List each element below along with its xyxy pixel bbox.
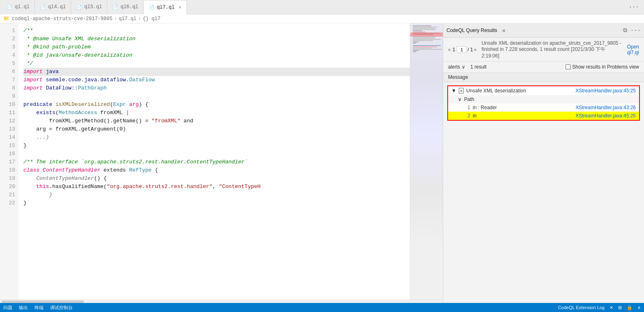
tab-ql4[interactable]: 📄 ql4.ql [35, 0, 71, 14]
code-line-12: fromXML.getMethod().getName() = "fromXML… [23, 117, 410, 125]
code-line-20: this.hasQualifiedName("org.apache.struts… [23, 183, 410, 191]
path-step-label-1: in : Reader [473, 105, 497, 110]
code-line-17: /** The interface `org.apache.struts2.re… [23, 158, 410, 166]
results-table-header: Message [443, 73, 644, 82]
result-main-row-1[interactable]: ▼ ≡ Unsafe XML deserialization XStreamHa… [448, 86, 639, 95]
path-step-num-2: 2 [465, 113, 470, 119]
tab-ql7[interactable]: 📄 ql7.ql ✕ [144, 0, 187, 14]
result-expand-icon[interactable]: ▼ [451, 88, 456, 94]
code-line-9 [23, 92, 410, 101]
minimap [410, 23, 443, 300]
path-step-link-1[interactable]: XStreamHandler.java:43:26 [575, 105, 636, 110]
panel-close-button[interactable]: ✕ [502, 27, 506, 34]
file-icon: 📄 [40, 5, 46, 10]
code-line-11: exists(MethodAccess fromXML | [23, 109, 410, 117]
path-step-1[interactable]: 1 in : Reader XStreamHandler.java:43:26 [448, 103, 639, 112]
more-tabs-icon[interactable]: ··· [626, 4, 642, 10]
path-step-2[interactable]: 2 in XStreamHandler.java:45:25 [448, 112, 639, 120]
tab-ql[interactable]: 📄 ql.ql [2, 0, 35, 14]
code-line-3: * @kind path-problem [23, 43, 410, 51]
code-line-5: */ [23, 60, 410, 68]
code-line-21: } [23, 191, 410, 199]
split-editor-icon[interactable]: ⧉ [623, 27, 627, 34]
path-step-link-2[interactable]: XStreamHandler.java:45:25 [575, 113, 636, 119]
result-description: Unsafe XML deserialization on apache_str… [481, 40, 623, 59]
pagination-separator: / 1 [467, 47, 473, 53]
tab-label: ql7.ql [157, 5, 175, 10]
message-column-header: Message [448, 74, 468, 80]
editor-content[interactable]: 12345 678910 1112131415 1617181920 2122 … [0, 23, 443, 300]
path-label: Path [464, 96, 474, 102]
results-body[interactable]: ▼ ≡ Unsafe XML deserialization XStreamHa… [443, 82, 644, 303]
code-line-2: * @name Unsafe XML deserialization [23, 35, 410, 43]
file-icon: 📄 [7, 5, 12, 10]
page-input[interactable] [457, 46, 467, 53]
path-step-num-1: 1 [465, 105, 470, 110]
code-line-22: } [23, 199, 410, 207]
path-step-label-2: in [473, 113, 476, 119]
tab-ql5[interactable]: 📄 ql5.ql [71, 0, 107, 14]
alerts-bar: alerts ∨ 1 result Show results in Proble… [443, 62, 644, 73]
result-info-bar: « 1 / 1 » Unsafe XML deserialization on … [443, 38, 644, 62]
result-message-text: Unsafe XML deserialization [466, 88, 573, 94]
code-line-6: import java [23, 68, 410, 76]
code-line-4: * @id java/unsafe-deserialization [23, 51, 410, 60]
code-editor[interactable]: /** * @name Unsafe XML deserialization *… [18, 23, 410, 300]
status-lock-icon[interactable]: 🔒 [627, 305, 632, 310]
status-close-icon[interactable]: ✕ [610, 305, 613, 310]
tab-close-icon[interactable]: ✕ [179, 5, 182, 10]
status-split-icon[interactable]: ⊞ [618, 305, 622, 310]
list-view-icon: ≡ [459, 88, 464, 94]
next-page-button[interactable]: » [474, 47, 477, 53]
prev-page-button[interactable]: « [448, 47, 451, 53]
code-line-16 [23, 150, 410, 158]
panel-title: CodeQL Query Results [446, 28, 497, 33]
status-problems[interactable]: 问题 [3, 305, 12, 311]
code-line-7: import semmle.code.java.dataflow.DataFlo… [23, 76, 410, 84]
panel-header: CodeQL Query Results ✕ ⧉ ··· [443, 23, 644, 38]
results-list: ▼ ≡ Unsafe XML deserialization XStreamHa… [443, 82, 644, 124]
status-debug[interactable]: 调试控制台 [50, 305, 73, 311]
code-line-15: } [23, 142, 410, 150]
code-line-14: ...) [23, 133, 410, 142]
alerts-chevron-icon: ∨ [462, 64, 465, 70]
file-icon: 📄 [149, 5, 154, 10]
result-file-link-1[interactable]: XStreamHandler.java:45:25 [575, 88, 636, 94]
tab-label: ql4.ql [48, 4, 66, 10]
path-section-row: ∨ Path [448, 95, 639, 103]
path-expand-icon[interactable]: ∨ [458, 96, 462, 102]
tab-label: ql5.ql [84, 4, 102, 10]
breadcrumb-repo[interactable]: codeql-apache-struts-cve-2017-9805 [12, 16, 113, 22]
code-line-1: /** [23, 27, 410, 35]
codeql-extension-log[interactable]: CodeQL Extension Log [558, 305, 605, 310]
status-up-icon[interactable]: ∧ [637, 305, 641, 310]
status-output[interactable]: 输出 [19, 305, 28, 311]
code-line-19: ContentTypeHandler() { [23, 174, 410, 183]
result-count: 1 result [470, 64, 486, 70]
panel-icons: ⧉ ··· [623, 27, 641, 34]
file-icon: 📄 [76, 5, 82, 10]
status-terminal[interactable]: 终端 [34, 305, 44, 311]
tab-label: ql.ql [15, 4, 30, 10]
alerts-dropdown[interactable]: alerts ∨ [448, 64, 465, 70]
main-area: 12345 678910 1112131415 1617181920 2122 … [0, 23, 644, 303]
line-numbers: 12345 678910 1112131415 1617181920 2122 [0, 23, 18, 300]
breadcrumb-file[interactable]: ql7.ql [119, 16, 136, 22]
file-icon: 📄 [112, 5, 118, 10]
more-actions-icon[interactable]: ··· [630, 27, 641, 34]
breadcrumb-symbol[interactable]: {} ql7 [143, 16, 160, 22]
result-group-1: ▼ ≡ Unsafe XML deserialization XStreamHa… [447, 85, 640, 121]
breadcrumb: 📁 codeql-apache-struts-cve-2017-9805 › q… [0, 14, 644, 23]
code-line-13: arg = fromXML.getArgument(0) [23, 125, 410, 133]
code-line-18: class ContentTypeHandler extends RefType… [23, 166, 410, 174]
status-bar: 问题 输出 终端 调试控制台 CodeQL Extension Log ✕ ⊞ … [0, 303, 644, 312]
show-problems-label: Show results in Problems view [572, 64, 639, 70]
open-file-link[interactable]: Openql7.ql [627, 44, 639, 55]
horizontal-scrollbar[interactable] [0, 300, 443, 303]
show-problems-toggle: Show results in Problems view [566, 64, 639, 70]
tab-bar: 📄 ql.ql 📄 ql4.ql 📄 ql5.ql 📄 ql6.ql 📄 ql7… [0, 0, 644, 14]
show-problems-checkbox[interactable] [566, 64, 570, 69]
tab-label: ql6.ql [120, 4, 138, 10]
alerts-label: alerts [448, 64, 460, 70]
tab-ql6[interactable]: 📄 ql6.ql [107, 0, 143, 14]
